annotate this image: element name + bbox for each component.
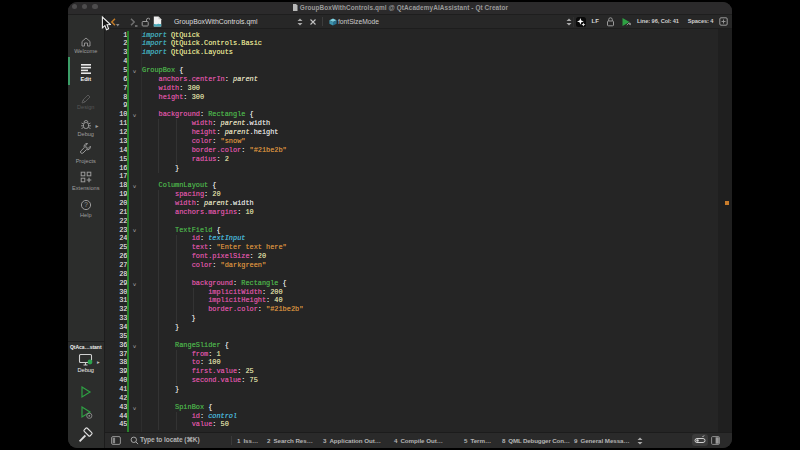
svg-text:?: ?	[84, 201, 88, 208]
